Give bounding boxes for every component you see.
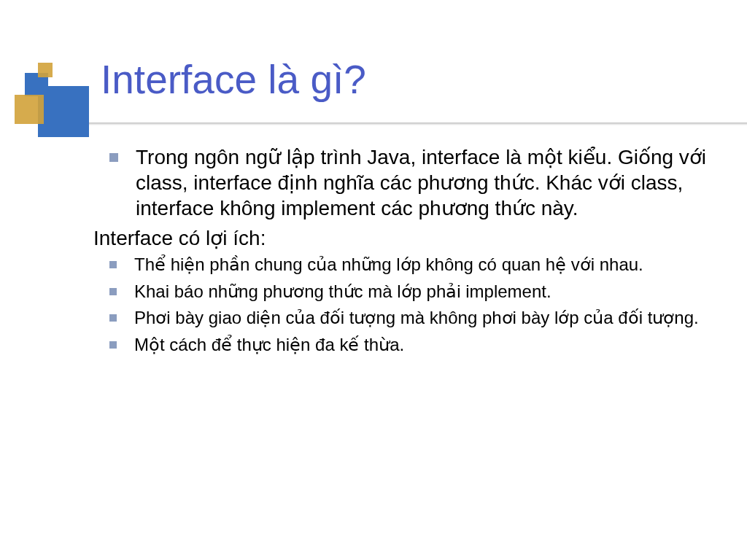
slide-decoration [9, 57, 96, 137]
list-item-text: Khai báo những phương thức mà lớp phải i… [134, 280, 713, 303]
title-underline-shadow [89, 122, 747, 125]
list-item-text: Trong ngôn ngữ lập trình Java, interface… [136, 144, 713, 221]
list-item-text: Thể hiện phần chung của những lớp không … [134, 253, 713, 276]
list-item-text: Phơi bày giao diện của đối tượng mà khôn… [134, 306, 713, 330]
decoration-square-gold-small [38, 63, 53, 77]
slide-body: Trong ngôn ngữ lập trình Java, interface… [93, 144, 713, 359]
list-item: Khai báo những phương thức mà lớp phải i… [93, 280, 713, 303]
slide-title: Interface là gì? [101, 60, 366, 100]
list-item: Thể hiện phần chung của những lớp không … [93, 253, 713, 276]
square-bullet-icon [109, 288, 117, 295]
sub-heading: Interface có lợi ích: [93, 225, 713, 252]
list-item: Một cách để thực hiện đa kế thừa. [93, 333, 713, 357]
square-bullet-icon [109, 314, 117, 322]
square-bullet-icon [109, 341, 117, 349]
list-item: Trong ngôn ngữ lập trình Java, interface… [93, 144, 713, 221]
list-item: Phơi bày giao diện của đối tượng mà khôn… [93, 306, 713, 330]
square-bullet-icon [109, 153, 118, 162]
square-bullet-icon [109, 261, 117, 268]
decoration-square-gold-large [15, 95, 44, 124]
list-item-text: Một cách để thực hiện đa kế thừa. [134, 333, 713, 357]
